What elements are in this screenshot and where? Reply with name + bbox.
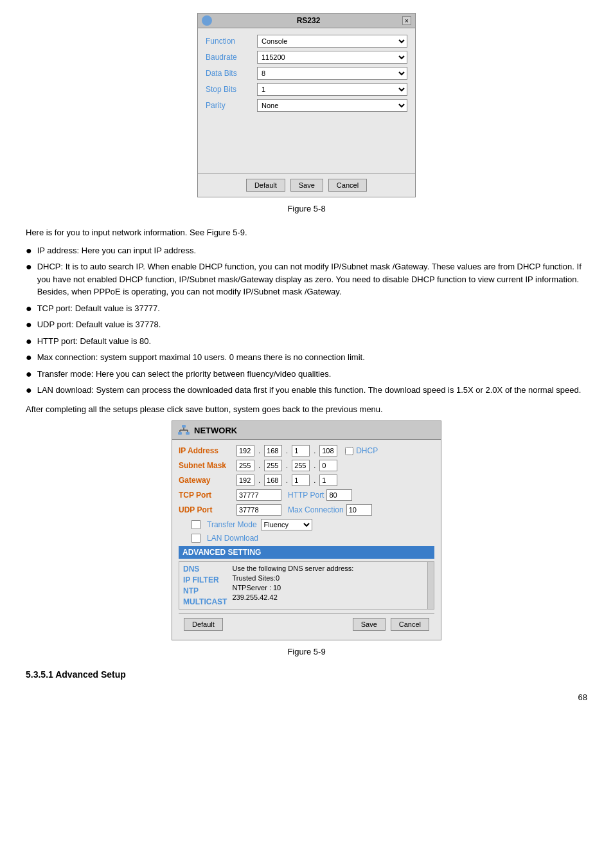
page-number: 68 (26, 692, 587, 702)
bullet-dot: ● (26, 320, 32, 330)
ip-octet4[interactable] (319, 445, 337, 457)
bullet-dot: ● (26, 336, 32, 347)
udp-port-row: UDP Port Max Connection (179, 504, 434, 516)
bullet-content-7: LAN download: System can process the dow… (37, 384, 587, 397)
databits-label: Data Bits (206, 69, 257, 78)
ntp-key[interactable]: NTP (183, 586, 227, 595)
gw-octet3[interactable] (292, 475, 310, 486)
rs232-dialog-container: RS232 × Function Console Baudrate 115200… (26, 13, 587, 197)
gw-octet2[interactable] (264, 475, 282, 486)
subnet-octet4[interactable] (319, 460, 337, 471)
udp-label: UDP Port (179, 505, 236, 514)
footer-right: Save Cancel (353, 618, 429, 631)
subnet-octet2[interactable] (264, 460, 282, 471)
ip-label: IP Address (179, 446, 236, 455)
ip-octet3[interactable] (292, 445, 310, 457)
list-item: ● Transfer mode: Here you can select the… (26, 368, 587, 381)
gateway-row: Gateway . . . (179, 475, 434, 486)
max-conn-input[interactable] (346, 504, 372, 516)
stopbits-select[interactable]: 1 (257, 83, 407, 96)
stopbits-label: Stop Bits (206, 85, 257, 94)
svg-rect-1 (178, 432, 182, 435)
cancel-button[interactable]: Cancel (328, 179, 367, 192)
baudrate-label: Baudrate (206, 53, 257, 62)
dns-key[interactable]: DNS (183, 565, 227, 574)
tcp-port-row: TCP Port HTTP Port (179, 489, 434, 501)
rs232-footer: Default Save Cancel (198, 173, 415, 197)
bullet-dot: ● (26, 385, 32, 395)
bullet-content-4: HTTP port: Default value is 80. (37, 335, 587, 348)
function-select[interactable]: Console (257, 35, 407, 48)
ip-address-row: IP Address . . . DHCP (179, 445, 434, 457)
gw-octet1[interactable] (236, 475, 254, 486)
net-cancel-button[interactable]: Cancel (391, 618, 429, 631)
list-item: ● HTTP port: Default value is 80. (26, 335, 587, 348)
rs232-content: Function Console Baudrate 115200 Data Bi… (198, 28, 415, 173)
figure2-caption: Figure 5-9 (26, 647, 587, 656)
subnet-field-group: . . . (236, 460, 337, 471)
network-title: NETWORK (194, 426, 237, 435)
subnet-label: Subnet Mask (179, 461, 236, 470)
tcp-label: TCP Port (179, 491, 236, 500)
network-content: IP Address . . . DHCP Subnet Mask (172, 440, 441, 640)
network-icon (177, 424, 190, 437)
lan-checkbox[interactable] (191, 534, 200, 543)
list-item: ● UDP port: Default value is 37778. (26, 318, 587, 331)
bullet-dot: ● (26, 262, 32, 272)
transfer-checkbox[interactable] (191, 520, 200, 529)
network-dialog-container: NETWORK IP Address . . . DHCP (26, 420, 587, 640)
svg-rect-0 (182, 425, 186, 428)
udp-input[interactable] (236, 504, 281, 516)
bullet-list: ● IP address: Here you can input IP addr… (26, 244, 587, 397)
multicast-key[interactable]: MULTICAST (183, 597, 227, 606)
net-default-button[interactable]: Default (184, 618, 223, 631)
transfer-select[interactable]: Fluency Quality (261, 519, 312, 530)
list-item: ● DHCP: It is to auto search IP. When en… (26, 260, 587, 298)
http-input[interactable] (326, 489, 352, 501)
default-button[interactable]: Default (246, 179, 285, 192)
tcp-input[interactable] (236, 489, 281, 501)
save-button[interactable]: Save (290, 179, 323, 192)
list-item: ● TCP port: Default value is 37777. (26, 302, 587, 315)
dialog-spacer (206, 115, 407, 167)
scrollbar[interactable] (427, 562, 434, 609)
adv-left: DNS IP FILTER NTP MULTICAST (183, 565, 227, 606)
function-row: Function Console (206, 35, 407, 48)
gateway-field-group: . . . (236, 475, 337, 486)
bullet-dot: ● (26, 369, 32, 379)
bullet-content-0: IP address: Here you can input IP addres… (37, 244, 587, 257)
gw-octet4[interactable] (319, 475, 337, 486)
subnet-octet3[interactable] (292, 460, 310, 471)
bullet-content-5: Max connection: system support maximal 1… (37, 351, 587, 364)
ip-octet1[interactable] (236, 445, 254, 457)
baudrate-select[interactable]: 115200 (257, 51, 407, 64)
max-conn-label: Max Connection (288, 505, 344, 514)
lan-label: LAN Download (207, 534, 258, 543)
ip-filter-key[interactable]: IP FILTER (183, 575, 227, 584)
figure1-caption: Figure 5-8 (26, 204, 587, 213)
dhcp-checkbox[interactable] (345, 447, 353, 455)
databits-select[interactable]: 8 (257, 67, 407, 80)
ip-field-group: . . . DHCP (236, 445, 378, 457)
subnet-octet1[interactable] (236, 460, 254, 471)
ntp-value: NTPServer : 10 (232, 584, 353, 592)
net-save-button[interactable]: Save (353, 618, 386, 631)
ip-octet2[interactable] (264, 445, 282, 457)
network-footer: Default Save Cancel (179, 613, 434, 635)
adv-right: Use the following DNS server address: Tr… (232, 565, 353, 606)
section-heading: 5.3.5.1 Advanced Setup (26, 669, 587, 680)
list-item: ● Max connection: system support maximal… (26, 351, 587, 364)
parity-row: Parity None (206, 99, 407, 112)
lan-download-row: LAN Download (191, 534, 434, 543)
rs232-titlebar: RS232 × (198, 14, 415, 28)
network-dialog: NETWORK IP Address . . . DHCP (172, 420, 441, 640)
dns-value: Use the following DNS server address: (232, 565, 353, 572)
bullet-dot: ● (26, 246, 32, 256)
function-label: Function (206, 37, 257, 46)
rs232-dialog: RS232 × Function Console Baudrate 115200… (197, 13, 416, 197)
transfer-label: Transfer Mode (207, 520, 257, 529)
parity-select[interactable]: None (257, 99, 407, 112)
close-button[interactable]: × (402, 16, 411, 25)
ip-filter-value: Trusted Sites:0 (232, 574, 353, 582)
subnet-mask-row: Subnet Mask . . . (179, 460, 434, 471)
